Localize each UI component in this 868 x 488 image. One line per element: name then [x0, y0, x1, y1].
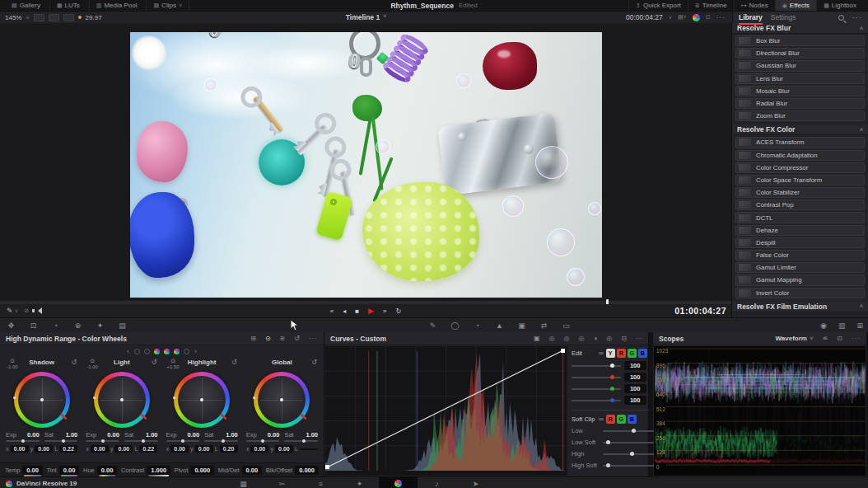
- sat-value[interactable]: 1.00: [146, 431, 158, 439]
- l-value[interactable]: [300, 448, 318, 450]
- wheel-left-handle[interactable]: [93, 396, 96, 399]
- exp-slider[interactable]: [166, 440, 200, 442]
- channel-slider[interactable]: [572, 388, 621, 390]
- toolbar-icon[interactable]: ◔: [44, 321, 67, 330]
- curves-header-icon[interactable]: ⊡: [621, 335, 627, 342]
- fx-list-item[interactable]: ACES Transform: [735, 137, 865, 148]
- x-value[interactable]: 0.00: [170, 445, 189, 453]
- collapse-caret-icon[interactable]: ˄: [860, 127, 863, 133]
- wheel-left-handle[interactable]: [253, 396, 255, 399]
- toolbar-icon[interactable]: ⊞: [856, 321, 863, 330]
- wheel-left-handle[interactable]: [13, 396, 16, 399]
- channel-value[interactable]: 100: [624, 384, 646, 393]
- page-button[interactable]: [379, 477, 418, 488]
- curve-graph[interactable]: [325, 346, 567, 476]
- wheel-center-handle[interactable]: [120, 398, 124, 401]
- exp-value[interactable]: 0.00: [27, 431, 40, 439]
- fx-list-item[interactable]: Despill: [735, 237, 865, 248]
- toolbar-icon[interactable]: ▣: [511, 321, 533, 330]
- fx-list-item[interactable]: Color Compressor: [735, 162, 865, 173]
- toolbar-icon[interactable]: ✦: [89, 321, 111, 330]
- color-wheel[interactable]: [14, 372, 70, 428]
- adjustment-value[interactable]: 0.00: [242, 466, 263, 475]
- fx-list-item[interactable]: Box Blur: [735, 35, 865, 46]
- page-button[interactable]: ➤: [456, 477, 495, 488]
- color-wheel[interactable]: [254, 372, 310, 428]
- chevron-down-icon[interactable]: ˅: [810, 335, 814, 342]
- clip-selector-icon[interactable]: ▤˅: [678, 14, 687, 21]
- adjustment-value[interactable]: 0.000: [190, 466, 214, 475]
- pager-next-icon[interactable]: ›: [194, 347, 197, 355]
- toolbar-icon[interactable]: ▭: [555, 321, 577, 330]
- wheel-center-handle[interactable]: [40, 398, 44, 401]
- color-wheel[interactable]: [174, 372, 230, 428]
- pager-dot[interactable]: [164, 349, 170, 354]
- channel-button[interactable]: G: [628, 349, 637, 358]
- x-value[interactable]: 0.00: [250, 445, 268, 453]
- y-value[interactable]: 0.00: [35, 445, 53, 453]
- menu-dots[interactable]: ···: [309, 335, 318, 342]
- viewer-menu-dots[interactable]: ···: [716, 13, 726, 21]
- page-button[interactable]: ♪: [418, 477, 456, 488]
- scope-mode-selector[interactable]: Waveform: [776, 335, 807, 342]
- channel-button[interactable]: B: [628, 415, 637, 424]
- exp-slider[interactable]: [246, 440, 280, 442]
- wheel-center-handle[interactable]: [200, 398, 203, 401]
- sat-value[interactable]: 1.00: [306, 431, 318, 439]
- curves-header-icon[interactable]: ◎: [578, 335, 584, 342]
- adjustment-value[interactable]: 0.00: [22, 466, 43, 475]
- library-section-header[interactable]: Resolve FX Color ˄: [732, 124, 868, 135]
- curves-header-icon[interactable]: ···: [636, 335, 642, 342]
- expand-icon[interactable]: ⊡: [706, 14, 711, 21]
- channel-value[interactable]: 100: [624, 396, 646, 405]
- tab-library[interactable]: Library: [739, 12, 763, 23]
- pager-dot[interactable]: [174, 349, 180, 354]
- page-button[interactable]: ✦: [340, 477, 379, 488]
- exp-slider[interactable]: [86, 440, 119, 442]
- link-icon[interactable]: ∞: [599, 415, 604, 423]
- color-wheel[interactable]: [94, 372, 150, 428]
- chevron-down-icon[interactable]: ˅: [669, 15, 672, 21]
- adjustment-value[interactable]: 1.000: [147, 466, 170, 475]
- chevron-down-icon[interactable]: ˅: [26, 15, 29, 21]
- library-menu-dots[interactable]: ···: [852, 13, 862, 21]
- source-timecode[interactable]: 00:00:04:27: [626, 13, 663, 21]
- transport-button[interactable]: «: [330, 307, 334, 315]
- channel-button[interactable]: R: [617, 349, 626, 358]
- pager-dot[interactable]: [144, 349, 150, 354]
- channel-slider[interactable]: [572, 400, 621, 401]
- top-left-button[interactable]: ▥ Media Pool: [90, 0, 147, 11]
- reset-icon[interactable]: ↺: [294, 335, 300, 342]
- soft-clip-slider[interactable]: [603, 430, 655, 432]
- sat-value[interactable]: 1.00: [226, 431, 238, 439]
- toolbar-icon[interactable]: ◯: [444, 321, 466, 330]
- transport-button[interactable]: ↻: [395, 307, 401, 315]
- channel-slider[interactable]: [572, 377, 621, 378]
- channel-value[interactable]: 100: [624, 361, 646, 370]
- exp-slider[interactable]: [6, 440, 40, 442]
- viewer-canvas-area[interactable]: [0, 23, 731, 301]
- channel-button[interactable]: R: [606, 415, 615, 424]
- pager-dot[interactable]: [154, 349, 160, 354]
- soft-clip-slider[interactable]: [603, 442, 655, 443]
- channel-button[interactable]: B: [638, 349, 647, 358]
- top-right-button[interactable]: ⊶ Nodes: [734, 0, 775, 11]
- transport-button[interactable]: ■: [355, 307, 359, 315]
- library-section-header[interactable]: Resolve FX Film Emulation ˄: [732, 302, 868, 312]
- x-value[interactable]: 0.00: [91, 445, 109, 453]
- zoom-level[interactable]: 145%: [5, 14, 21, 21]
- toolbar-icon[interactable]: ▥: [838, 321, 846, 330]
- sat-value[interactable]: 1.00: [66, 431, 78, 439]
- search-icon[interactable]: [838, 15, 844, 21]
- fx-list-item[interactable]: Gamut Mapping: [735, 274, 865, 285]
- exp-value[interactable]: 0.00: [188, 431, 200, 439]
- viewer-layout-split-icon[interactable]: [49, 14, 59, 21]
- y-value[interactable]: 0.00: [275, 445, 293, 453]
- timeline-selector[interactable]: Timeline 1: [346, 13, 380, 21]
- transport-button[interactable]: ◂: [343, 307, 346, 315]
- top-right-button[interactable]: ▦ Lightbox: [816, 0, 863, 11]
- fx-list-item[interactable]: Color Space Transform: [735, 175, 865, 185]
- collapse-caret-icon[interactable]: ˄: [860, 303, 863, 309]
- fx-list-item[interactable]: Color Stabilizer: [735, 187, 865, 198]
- channel-button[interactable]: Y: [606, 349, 615, 358]
